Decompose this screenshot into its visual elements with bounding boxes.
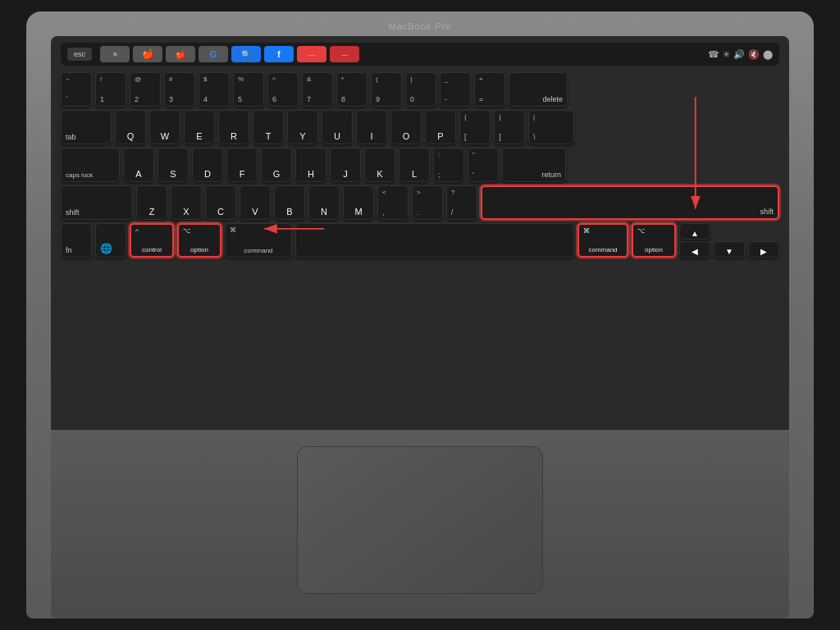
esc-touchbar[interactable]: esc — [67, 48, 92, 61]
key-l[interactable]: L — [399, 148, 430, 182]
bottom-row: fn 🌐 ^ control ⌥ option — [61, 223, 779, 258]
key-2[interactable]: @ 2 — [130, 72, 161, 107]
key-f[interactable]: F — [226, 148, 258, 182]
tb-apple2: 🍎 — [166, 46, 195, 62]
arrow-bottom-row: ◀ ▼ ▶ — [679, 241, 779, 258]
key-return[interactable]: return — [502, 148, 566, 182]
key-arrow-down[interactable]: ▼ — [714, 241, 745, 258]
key-equals[interactable]: + = — [474, 72, 505, 107]
qwerty-row: tab Q W E R T Y U I O P { [ — [61, 110, 779, 144]
key-w[interactable]: W — [149, 110, 180, 144]
key-o[interactable]: O — [390, 110, 422, 144]
tb-red2: — — [330, 46, 359, 62]
key-q[interactable]: Q — [115, 110, 146, 144]
tb-mute: 🔇 — [748, 49, 760, 60]
key-6[interactable]: ^ 6 — [267, 72, 299, 107]
arrow-cluster: ▲ ◀ ▼ ▶ — [679, 223, 779, 258]
key-1[interactable]: ! 1 — [95, 72, 126, 107]
key-minus[interactable]: _ - — [440, 72, 471, 107]
keyboard-wrapper: ~ ` ! 1 @ 2 # 3 — [61, 72, 779, 258]
bottom-section — [51, 430, 789, 619]
key-d[interactable]: D — [192, 148, 223, 182]
touchbar-items: ✕ 🍎 🍎 G 🔍 f — — — [100, 46, 705, 62]
trackpad[interactable] — [297, 446, 543, 594]
tb-phone: ☎ — [708, 49, 719, 60]
key-4[interactable]: $ 4 — [199, 72, 230, 107]
tb-fb: f — [264, 46, 294, 62]
key-g[interactable]: G — [261, 148, 292, 182]
key-bracket-open[interactable]: { [ — [459, 110, 491, 144]
key-0[interactable]: ) 0 — [405, 72, 436, 107]
key-semicolon[interactable]: : ; — [433, 148, 464, 182]
key-slash[interactable]: ? / — [446, 185, 477, 220]
laptop-body: MacBook Pro esc ✕ 🍎 🍎 G 🔍 f — — ☎ ✳ 🔊 🔇 … — [26, 11, 814, 619]
key-command-left[interactable]: ⌘ command — [225, 223, 292, 258]
key-space[interactable] — [295, 223, 574, 258]
key-3[interactable]: # 3 — [164, 72, 195, 107]
key-option-right[interactable]: ⌥ option — [632, 223, 676, 258]
key-8[interactable]: * 8 — [336, 72, 368, 107]
arrow-top-row: ▲ — [679, 223, 779, 240]
key-7[interactable]: & 7 — [302, 72, 333, 107]
key-control[interactable]: ^ control — [130, 223, 174, 258]
key-comma[interactable]: < , — [377, 185, 409, 220]
key-r[interactable]: R — [218, 110, 249, 144]
tb-google: G — [199, 46, 228, 62]
key-b[interactable]: B — [274, 185, 305, 220]
zxcv-row: shift Z X C V B N M < , > . — [61, 185, 779, 220]
key-backslash[interactable]: | \ — [528, 110, 574, 144]
key-p[interactable]: P — [425, 110, 456, 144]
key-z[interactable]: Z — [136, 185, 167, 220]
key-h[interactable]: H — [295, 148, 326, 182]
tb-red1: — — [297, 46, 326, 62]
tb-volume: 🔊 — [733, 49, 745, 60]
key-y[interactable]: Y — [287, 110, 318, 144]
key-globe[interactable]: 🌐 — [95, 223, 126, 258]
key-c[interactable]: C — [205, 185, 236, 220]
key-j[interactable]: J — [330, 148, 361, 182]
key-i[interactable]: I — [356, 110, 387, 144]
number-row: ~ ` ! 1 @ 2 # 3 — [61, 72, 779, 107]
key-x[interactable]: X — [171, 185, 202, 220]
key-e[interactable]: E — [184, 110, 215, 144]
key-bracket-close[interactable]: } ] — [494, 110, 525, 144]
key-quote[interactable]: " ' — [468, 148, 499, 182]
tb-siri: ⬤ — [763, 49, 773, 60]
tb-right: ☎ ✳ 🔊 🔇 ⬤ — [708, 49, 773, 60]
keyboard-area: esc ✕ 🍎 🍎 G 🔍 f — — ☎ ✳ 🔊 🔇 ⬤ — [51, 36, 789, 430]
key-arrow-up[interactable]: ▲ — [679, 223, 710, 240]
key-arrow-left[interactable]: ◀ — [679, 241, 710, 258]
key-5[interactable]: % 5 — [233, 72, 264, 107]
tb-close: ✕ — [100, 46, 130, 62]
key-period[interactable]: > . — [412, 185, 443, 220]
key-k[interactable]: K — [364, 148, 395, 182]
key-t[interactable]: T — [253, 110, 284, 144]
key-fn[interactable]: fn — [61, 223, 92, 258]
touch-bar: esc ✕ 🍎 🍎 G 🔍 f — — ☎ ✳ 🔊 🔇 ⬤ — [61, 43, 779, 66]
key-a[interactable]: A — [123, 148, 154, 182]
key-tab[interactable]: tab — [61, 110, 112, 144]
tb-asterisk: ✳ — [723, 49, 730, 60]
asdf-row: caps lock A S D F G H J K L : ; — [61, 148, 779, 182]
keyboard: ~ ` ! 1 @ 2 # 3 — [61, 72, 779, 258]
key-shift-left[interactable]: shift — [61, 185, 133, 220]
key-arrow-right[interactable]: ▶ — [748, 241, 779, 258]
key-command-right[interactable]: ⌘ command — [578, 223, 628, 258]
key-u[interactable]: U — [322, 110, 353, 144]
key-v[interactable]: V — [240, 185, 271, 220]
tb-search: 🔍 — [231, 46, 261, 62]
key-tilde[interactable]: ~ ` — [61, 72, 92, 107]
key-n[interactable]: N — [308, 185, 340, 220]
key-option-left[interactable]: ⌥ option — [177, 223, 221, 258]
laptop-title: MacBook Pro — [388, 21, 451, 31]
key-9[interactable]: ( 9 — [371, 72, 402, 107]
tb-apple: 🍎 — [133, 46, 162, 62]
key-delete[interactable]: delete — [509, 72, 568, 107]
key-shift-right[interactable]: shift — [481, 185, 779, 220]
key-capslock[interactable]: caps lock — [61, 148, 120, 182]
key-m[interactable]: M — [343, 185, 374, 220]
key-s[interactable]: S — [158, 148, 189, 182]
